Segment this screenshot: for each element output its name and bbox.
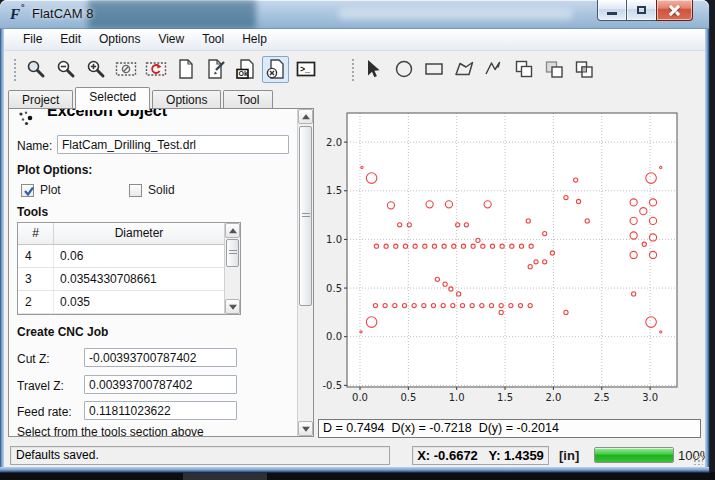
name-input[interactable] xyxy=(57,135,289,154)
rectangle-icon xyxy=(423,58,445,80)
svg-text:1.5: 1.5 xyxy=(497,392,513,403)
tab-options[interactable]: Options xyxy=(152,90,221,110)
svg-text:0.5: 0.5 xyxy=(400,392,416,403)
tool-diameter: 0.06 xyxy=(54,245,240,267)
cursor-coordinates: X: -0.6672 Y: 1.4359 xyxy=(412,446,549,465)
distance-readout: D = 0.7494 D(x) = -0.7218 D(y) = -0.2014 xyxy=(318,419,701,438)
plot-canvas[interactable]: 0.00.51.01.52.02.53.0-0.50.00.51.01.52.0 xyxy=(316,95,705,415)
maximize-button[interactable] xyxy=(627,0,656,21)
subtract-button[interactable] xyxy=(540,56,567,83)
toolbar-drag-handle[interactable] xyxy=(12,57,18,81)
panel-scrollbar[interactable] xyxy=(297,109,313,436)
cut-z-label: Cut Z: xyxy=(17,352,50,366)
panel-title: Excellon Object xyxy=(47,109,167,120)
minimize-button[interactable] xyxy=(597,0,627,21)
tab-project[interactable]: Project xyxy=(8,90,73,110)
status-message: Defaults saved. xyxy=(10,446,390,465)
clear-plot-icon xyxy=(115,58,137,80)
svg-text:0.5: 0.5 xyxy=(326,283,342,294)
menu-item-edit[interactable]: Edit xyxy=(51,29,90,50)
scrollbar-thumb[interactable] xyxy=(226,239,239,267)
toolbar-drag-handle[interactable] xyxy=(350,57,356,81)
clear-plot-button[interactable] xyxy=(112,56,139,83)
scroll-up-button[interactable] xyxy=(298,109,313,124)
union-icon xyxy=(513,58,535,80)
table-row[interactable]: 3 0.0354330708661 xyxy=(18,268,240,291)
travel-z-label: Travel Z: xyxy=(17,379,64,393)
table-scrollbar[interactable] xyxy=(224,223,240,314)
svg-text:1.0: 1.0 xyxy=(449,392,465,403)
ok-glyph: Ok xyxy=(238,70,247,77)
tool-diameter: 0.0354330708661 xyxy=(54,268,240,290)
progress-bar xyxy=(594,447,674,463)
menu-item-help[interactable]: Help xyxy=(233,29,276,50)
close-icon xyxy=(669,5,680,16)
close-button[interactable] xyxy=(656,0,693,21)
draw-polyline-button[interactable] xyxy=(480,56,507,83)
col-header-diameter[interactable]: Diameter xyxy=(54,223,224,244)
status-bar: Defaults saved. X: -0.6672 Y: 1.4359 [in… xyxy=(4,443,705,467)
title-bar[interactable]: F° FlatCAM 8 xyxy=(0,0,709,29)
draw-polygon-button[interactable] xyxy=(450,56,477,83)
draw-circle-button[interactable] xyxy=(390,56,417,83)
solid-checkbox[interactable]: Solid xyxy=(129,183,175,197)
table-row[interactable]: 2 0.035 xyxy=(18,291,240,314)
resize-grip[interactable] xyxy=(693,455,703,465)
travel-z-input[interactable] xyxy=(84,375,237,394)
scrollbar-thumb[interactable] xyxy=(299,126,312,306)
svg-text:2.5: 2.5 xyxy=(594,392,610,403)
tab-bar: Project Selected Options Tool xyxy=(8,87,275,110)
new-project-button[interactable] xyxy=(172,56,199,83)
cut-z-input[interactable] xyxy=(84,348,237,367)
maximize-icon xyxy=(637,6,646,14)
svg-text:1.5: 1.5 xyxy=(326,185,342,196)
menu-bar: File Edit Options View Tool Help xyxy=(4,29,705,51)
shell-button[interactable]: >_ xyxy=(292,56,319,83)
intersect-button[interactable] xyxy=(570,56,597,83)
subtract-icon xyxy=(543,58,565,80)
menu-item-tool[interactable]: Tool xyxy=(193,29,233,50)
window-border xyxy=(0,467,709,472)
table-row[interactable]: 4 0.06 xyxy=(18,245,240,268)
tab-selected[interactable]: Selected xyxy=(75,87,150,110)
file-pen-icon xyxy=(205,58,227,80)
delete-object-button[interactable] xyxy=(262,56,289,83)
svg-text:0.0: 0.0 xyxy=(326,331,342,342)
tab-tool[interactable]: Tool xyxy=(223,90,273,110)
file-ok-icon: Ok xyxy=(235,58,257,80)
tools-table: # Diameter 4 0.06 3 0.0354330708661 2 0.… xyxy=(17,222,241,315)
open-project-button[interactable] xyxy=(202,56,229,83)
client-area: File Edit Options View Tool Help xyxy=(4,29,705,467)
terminal-icon: >_ xyxy=(295,58,317,80)
col-header-num[interactable]: # xyxy=(18,223,54,244)
plot-checkbox[interactable]: Plot xyxy=(21,183,61,197)
arrow-down-icon xyxy=(229,304,237,309)
cursor-icon xyxy=(363,58,385,80)
menu-item-file[interactable]: File xyxy=(14,29,51,50)
scroll-down-button[interactable] xyxy=(298,421,313,436)
replot-button[interactable] xyxy=(142,56,169,83)
zoom-fit-icon xyxy=(25,58,47,80)
zoom-out-icon xyxy=(55,58,77,80)
feed-rate-input[interactable] xyxy=(84,401,237,420)
zoom-in-button[interactable] xyxy=(82,56,109,83)
checkbox-checked-icon xyxy=(21,184,34,197)
app-window: F° FlatCAM 8 File Edit Options View Tool… xyxy=(0,0,709,472)
units-label: [in] xyxy=(559,446,579,465)
cnc-section-label: Create CNC Job xyxy=(17,325,108,339)
menu-item-view[interactable]: View xyxy=(149,29,193,50)
save-project-button[interactable]: Ok xyxy=(232,56,259,83)
scroll-up-button[interactable] xyxy=(225,223,240,238)
zoom-fit-button[interactable] xyxy=(22,56,49,83)
tool-number: 3 xyxy=(18,268,54,290)
draw-rectangle-button[interactable] xyxy=(420,56,447,83)
zoom-out-button[interactable] xyxy=(52,56,79,83)
arrow-up-icon xyxy=(229,228,237,233)
select-tool-button[interactable] xyxy=(360,56,387,83)
scroll-down-button[interactable] xyxy=(225,299,240,314)
menu-item-options[interactable]: Options xyxy=(90,29,149,50)
thumb-grip xyxy=(302,213,310,219)
union-button[interactable] xyxy=(510,56,537,83)
thumb-grip xyxy=(229,250,237,256)
tool-number: 2 xyxy=(18,291,54,313)
